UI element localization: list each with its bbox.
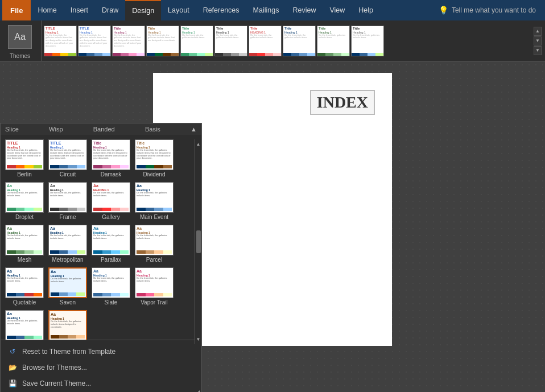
theme-item-damask[interactable]: Title Heading 1 On the Insert tab, the g… (90, 138, 131, 179)
theme-thumb-mesh: Aa Heading 1 On the Insert tab, the gall… (5, 225, 44, 255)
theme-item-frame[interactable]: Aa Heading 1 On the Insert tab, the gall… (47, 181, 88, 221)
themes-group: Aa Themes (3, 20, 42, 61)
theme-row-5: Aa Heading 1 On the Insert tab, the gall… (4, 309, 198, 340)
theme-thumb-circuit: TITLE Heading 1 On the Insert tab, the g… (48, 139, 87, 170)
theme-thumb-frame: Aa Heading 1 On the Insert tab, the gall… (48, 182, 87, 213)
theme-item-circuit[interactable]: TITLE Heading 1 On the Insert tab, the g… (47, 138, 88, 179)
theme-row-4: Aa Heading 1 On the Insert tab, the gall… (4, 266, 198, 307)
theme-thumb-main-event: Aa Heading 1 On the Insert tab, the gall… (135, 182, 174, 213)
theme-thumb-savon: Aa Heading 1 On the Insert tab, the gall… (48, 267, 87, 298)
footer-browse[interactable]: 📂 Browse for Themes... (5, 360, 197, 376)
menu-bar: File Home Insert Draw Design Layout Refe… (0, 0, 545, 20)
theme-name-droplet: Droplet (15, 214, 34, 220)
theme-thumb-damask: Title Heading 1 On the Insert tab, the g… (92, 139, 130, 170)
footer-save[interactable]: 💾 Save Current Theme... (5, 376, 197, 391)
doc-index-text: INDEX (310, 90, 375, 115)
themes-main-button[interactable]: Aa (8, 25, 32, 49)
theme-name-damask: Damask (101, 171, 122, 178)
ribbon-thumb-metropolitan[interactable]: Title Heading 1 On the Insert tab, galle… (351, 26, 384, 56)
dropdown-scroll-area[interactable]: TITLE Heading 1 On the Insert tab, the g… (1, 135, 201, 340)
scrollbar-down-arrow[interactable]: ▼ (196, 337, 201, 342)
theme-item-wood-type[interactable]: Aa Heading 1 On the Insert tab, the gall… (47, 309, 88, 340)
theme-item-main-event[interactable]: Aa Heading 1 On the Insert tab, the gall… (134, 181, 175, 221)
theme-item-berlin[interactable]: TITLE Heading 1 On the Insert tab, the g… (4, 138, 45, 179)
theme-name-vapor-trail: Vapor Trail (141, 299, 168, 306)
theme-name-slate: Slate (105, 299, 118, 306)
theme-thumb-gallery: Aa HEADING 1 On the Insert tab, the gall… (92, 182, 130, 213)
search-label: Tell me what you want to do (452, 6, 536, 14)
theme-item-parallax[interactable]: Aa Heading 1 On the Insert tab, the gall… (90, 224, 131, 264)
ribbon-scroll-down[interactable]: ▼ (534, 36, 542, 46)
menu-review[interactable]: Review (286, 0, 323, 20)
theme-item-slate[interactable]: Aa Heading 1 On the Insert tab, the gall… (90, 266, 131, 307)
reset-icon: ↺ (7, 346, 18, 357)
theme-item-metropolitan[interactable]: Aa Heading 1 On the Insert tab, the gall… (47, 224, 88, 264)
menu-mailings[interactable]: Mailings (246, 0, 286, 20)
main-area: Slice Wisp Banded Basis ▲ TITLE Heading … (0, 61, 545, 392)
theme-item-parcel[interactable]: Aa Heading 1 On the Insert tab, the gall… (134, 224, 175, 264)
theme-item-view[interactable]: Aa Heading 1 On the Insert tab, the gall… (4, 309, 45, 340)
menu-home[interactable]: Home (31, 0, 63, 20)
theme-name-dividend: Dividend (143, 171, 166, 178)
ribbon-thumbs-area: TITLE Heading 1 On the Insert tab, the g… (44, 26, 542, 56)
theme-thumb-wood-type: Aa Heading 1 On the Insert tab, the gall… (48, 310, 87, 340)
ribbon-scroll-controls: ▲ ▼ ▼ (534, 27, 542, 55)
ribbon-thumb-main-event[interactable]: Title Heading 1 On the Insert tab, the g… (283, 26, 316, 56)
ribbon-scroll-up[interactable]: ▲ (534, 27, 542, 36)
theme-thumb-dividend: Title Heading 1 On the Insert tab, the g… (135, 139, 174, 170)
category-wisp: Wisp (49, 126, 63, 133)
header-scroll-up[interactable]: ▲ (191, 126, 197, 133)
panel-scrollbar[interactable]: ▲ ▼ (195, 139, 201, 344)
category-slice: Slice (5, 126, 19, 133)
theme-item-vapor-trail[interactable]: Aa Heading 1 On the Insert tab, the gall… (134, 266, 175, 307)
ribbon-thumb-circuit[interactable]: TITLE Heading 1 On the Insert tab, the g… (78, 26, 111, 56)
category-banded: Banded (93, 126, 115, 133)
ribbon-thumb-frame[interactable]: Title Heading 1 On the Insert tab, the g… (214, 26, 247, 56)
menu-design[interactable]: Design (125, 0, 161, 20)
theme-name-main-event: Main Event (140, 214, 168, 220)
ribbon-thumb-mesh[interactable]: Title Heading 1 On the Insert tab, galle… (317, 26, 350, 56)
theme-thumb-view: Aa Heading 1 On the Insert tab, the gall… (5, 310, 44, 340)
theme-thumb-slate: Aa Heading 1 On the Insert tab, the gall… (92, 267, 130, 298)
footer-reset-label: Reset to Theme from Template (22, 348, 115, 356)
save-icon: 💾 (7, 378, 18, 389)
theme-row-1: TITLE Heading 1 On the Insert tab, the g… (4, 138, 198, 179)
ribbon-scroll-expand[interactable]: ▼ (534, 46, 542, 55)
theme-thumb-metropolitan: Aa Heading 1 On the Insert tab, the gall… (48, 225, 87, 255)
menu-draw[interactable]: Draw (95, 0, 125, 20)
theme-name-parallax: Parallax (101, 257, 121, 263)
menu-view[interactable]: View (323, 0, 352, 20)
menu-references[interactable]: References (196, 0, 246, 20)
theme-item-quotable[interactable]: Aa Heading 1 On the Insert tab, the gall… (4, 266, 45, 307)
theme-thumb-quotable: Aa Heading 1 On the Insert tab, the gall… (5, 267, 44, 298)
theme-item-mesh[interactable]: Aa Heading 1 On the Insert tab, the gall… (4, 224, 45, 264)
scrollbar-up-arrow[interactable]: ▲ (196, 142, 201, 147)
browse-icon: 📂 (7, 362, 18, 373)
theme-name-mesh: Mesh (18, 257, 31, 263)
theme-name-gallery: Gallery (102, 214, 120, 220)
ribbon-thumb-dividend[interactable]: Title Heading 1 On the Insert tab, the g… (146, 26, 179, 56)
theme-name-quotable: Quotable (13, 299, 36, 306)
ribbon-thumb-damask[interactable]: Title Heading 1 On the Insert tab, the g… (112, 26, 145, 56)
theme-item-gallery[interactable]: Aa HEADING 1 On the Insert tab, the gall… (90, 181, 131, 221)
theme-item-dividend[interactable]: Title Heading 1 On the Insert tab, the g… (134, 138, 175, 179)
theme-name-frame: Frame (60, 214, 76, 220)
theme-row-2: Aa Heading 1 On the Insert tab, the gall… (4, 181, 198, 221)
file-menu[interactable]: File (2, 0, 31, 20)
footer-reset[interactable]: ↺ Reset to Theme from Template (5, 344, 197, 360)
theme-thumb-vapor-trail: Aa Heading 1 On the Insert tab, the gall… (135, 267, 174, 298)
search-area[interactable]: 💡 Tell me what you want to do (432, 6, 543, 15)
theme-name-parcel: Parcel (146, 257, 162, 263)
menu-help[interactable]: Help (352, 0, 380, 20)
scrollbar-thumb[interactable] (196, 230, 201, 253)
panel-resize-handle[interactable]: ◢ (195, 388, 201, 392)
menu-layout[interactable]: Layout (161, 0, 196, 20)
category-basis: Basis (145, 126, 160, 133)
theme-item-droplet[interactable]: Aa Heading 1 On the Insert tab, the gall… (4, 181, 45, 221)
theme-item-savon[interactable]: Aa Heading 1 On the Insert tab, the gall… (47, 266, 88, 307)
ribbon-thumb-gallery[interactable]: Title HEADING 1 On the Insert tab, the g… (249, 26, 282, 56)
menu-insert[interactable]: Insert (64, 0, 95, 20)
ribbon-thumb-berlin[interactable]: TITLE Heading 1 On the Insert tab, the g… (44, 26, 77, 56)
ribbon-thumb-droplet[interactable]: Title Heading 1 On the Insert tab, the g… (180, 26, 213, 56)
dropdown-panel: Slice Wisp Banded Basis ▲ TITLE Heading … (0, 123, 202, 392)
